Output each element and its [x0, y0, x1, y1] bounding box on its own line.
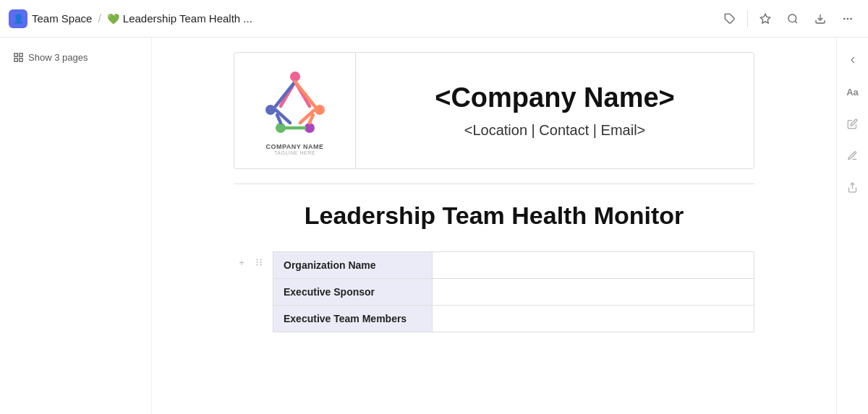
svg-rect-9 — [20, 53, 22, 56]
table-label-cell: Executive Sponsor — [273, 279, 433, 306]
table-label-cell: Organization Name — [273, 252, 433, 279]
table-controls: + — [234, 254, 267, 270]
pages-icon — [13, 52, 24, 63]
svg-rect-8 — [14, 53, 17, 56]
share-button[interactable] — [842, 176, 864, 198]
svg-point-5 — [844, 18, 845, 19]
svg-rect-10 — [20, 59, 22, 61]
team-avatar: 👤 — [9, 9, 27, 28]
nav-separator: / — [98, 12, 101, 25]
add-row-button[interactable]: + — [234, 254, 250, 270]
avatar-icon: 👤 — [13, 14, 24, 24]
drag-handle-button[interactable] — [251, 254, 267, 270]
svg-point-27 — [260, 259, 262, 261]
svg-line-20 — [276, 82, 295, 106]
edit-button-1[interactable] — [842, 113, 864, 134]
back-button[interactable] — [842, 49, 864, 71]
svg-point-28 — [257, 262, 258, 263]
company-logo — [259, 66, 331, 139]
team-name[interactable]: Team Space — [32, 12, 92, 25]
logo-company-name: COMPANY NAME — [265, 143, 323, 150]
doc-title: Leadership Team Health ... — [123, 12, 252, 25]
download-button[interactable] — [809, 7, 832, 30]
table-label-cell: Executive Team Members — [273, 306, 433, 332]
font-icon: Aa — [846, 87, 859, 98]
table-wrapper: + Organization NameExecutive SponsorExec… — [234, 251, 754, 332]
svg-line-3 — [795, 21, 797, 23]
nav-right — [718, 7, 859, 30]
svg-point-26 — [257, 259, 258, 261]
svg-point-6 — [847, 18, 848, 19]
header-card: COMPANY NAME TAGLINE HERE <Company Name>… — [234, 52, 754, 169]
svg-rect-11 — [14, 59, 17, 61]
main-layout: Show 3 pages — [0, 38, 868, 414]
edit-button-2[interactable] — [842, 145, 864, 166]
right-sidebar: Aa — [836, 38, 868, 414]
document-title: Leadership Team Health Monitor — [234, 202, 754, 230]
table-row: Organization Name — [273, 252, 754, 279]
table-value-cell[interactable] — [433, 306, 754, 332]
company-subtitle: <Location | Contact | Email> — [464, 122, 646, 139]
navbar: 👤 Team Space / 💚 Leadership Team Health … — [0, 0, 868, 38]
svg-marker-1 — [760, 14, 770, 23]
show-pages-label: Show 3 pages — [28, 52, 88, 63]
svg-point-31 — [260, 264, 262, 266]
svg-line-22 — [295, 82, 315, 106]
more-options-button[interactable] — [836, 7, 859, 30]
tag-button[interactable] — [718, 7, 741, 30]
table-row: Executive Sponsor — [273, 279, 754, 306]
font-size-button[interactable]: Aa — [842, 81, 864, 103]
info-table: Organization NameExecutive SponsorExecut… — [273, 251, 754, 332]
search-button[interactable] — [781, 7, 804, 30]
svg-point-2 — [788, 14, 796, 22]
content-divider — [234, 184, 754, 184]
logo-tagline: TAGLINE HERE — [274, 150, 315, 155]
content-area: COMPANY NAME TAGLINE HERE <Company Name>… — [152, 38, 836, 414]
doc-icon: 💚 — [107, 13, 119, 25]
nav-left: 👤 Team Space / 💚 Leadership Team Health … — [9, 9, 252, 28]
table-row: Executive Team Members — [273, 306, 754, 332]
table-value-cell[interactable] — [433, 279, 754, 306]
nav-divider-1 — [747, 10, 748, 27]
left-sidebar: Show 3 pages — [0, 38, 152, 414]
company-title: <Company Name> — [435, 82, 675, 113]
favorite-button[interactable] — [754, 7, 777, 30]
svg-point-29 — [260, 262, 262, 263]
show-pages-button[interactable]: Show 3 pages — [9, 49, 92, 66]
svg-point-30 — [257, 264, 258, 266]
logo-box: COMPANY NAME TAGLINE HERE — [234, 53, 356, 168]
table-value-cell[interactable] — [433, 252, 754, 279]
svg-point-7 — [851, 18, 851, 19]
doc-breadcrumb[interactable]: 💚 Leadership Team Health ... — [107, 12, 252, 25]
header-info: <Company Name> <Location | Contact | Ema… — [356, 68, 754, 153]
